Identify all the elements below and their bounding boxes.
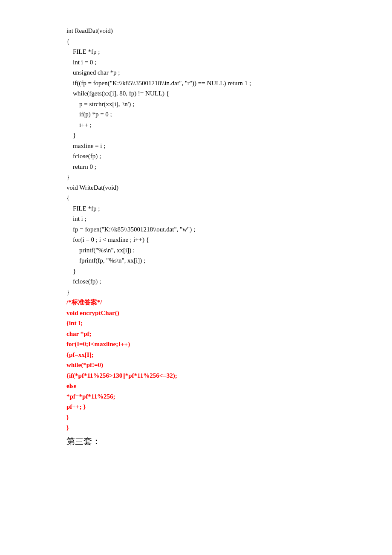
answer-line: while(*pf!=0)	[66, 360, 375, 370]
answer-line: *pf=*pf*11%256;	[66, 391, 375, 402]
code-line: }	[66, 172, 375, 182]
code-line: fprintf(fp, "%s\n", xx[i]) ;	[66, 255, 375, 266]
code-line: fp = fopen("K:\\k85\\35001218\\out.dat",…	[66, 224, 375, 235]
answer-line: char *pf;	[66, 329, 375, 339]
answer-line: else	[66, 381, 375, 391]
answer-line: }	[66, 422, 375, 433]
code-line: }	[66, 130, 375, 141]
answer-line: }	[66, 412, 375, 423]
code-line: if((fp = fopen("K:\\k85\\35001218\\in.da…	[66, 78, 375, 89]
code-line: FILE *fp ;	[66, 46, 375, 57]
code-line: void WriteDat(void)	[66, 182, 375, 193]
code-line: fclose(fp) ;	[66, 151, 375, 162]
code-line: int ReadDat(void)	[66, 26, 375, 36]
code-line: while(fgets(xx[i], 80, fp) != NULL) {	[66, 88, 375, 99]
answer-line: pf++; }	[66, 402, 375, 412]
code-line: for(i = 0 ; i < maxline ; i++) {	[66, 234, 375, 245]
code-line: }	[66, 287, 375, 298]
code-line: fclose(fp) ;	[66, 276, 375, 287]
answer-line: void encryptChar()	[66, 308, 375, 318]
document-page: int ReadDat(void) { FILE *fp ; int i = 0…	[0, 0, 392, 465]
code-line: maxline = i ;	[66, 141, 375, 151]
code-line: }	[66, 266, 375, 277]
code-line: int i = 0 ;	[66, 57, 375, 68]
code-line: p = strchr(xx[i], '\n') ;	[66, 99, 375, 110]
code-line: i++ ;	[66, 120, 375, 130]
code-line: unsigned char *p ;	[66, 67, 375, 78]
code-line: {	[66, 193, 375, 203]
code-line: return 0 ;	[66, 162, 375, 172]
code-line: printf("%s\n", xx[i]) ;	[66, 245, 375, 256]
code-line: if(p) *p = 0 ;	[66, 109, 375, 120]
answer-line: for(I=0;I<maxline;I++)	[66, 339, 375, 350]
answer-label: /*标准答案*/	[66, 297, 375, 308]
answer-line: {int I;	[66, 318, 375, 329]
section-heading: 第三套：	[66, 435, 375, 448]
code-line: {	[66, 36, 375, 47]
answer-line: {if(*pf*11%256>130||*pf*11%256<=32);	[66, 370, 375, 381]
code-line: FILE *fp ;	[66, 203, 375, 214]
answer-line: {pf=xx[I];	[66, 350, 375, 360]
code-line: int i ;	[66, 214, 375, 224]
